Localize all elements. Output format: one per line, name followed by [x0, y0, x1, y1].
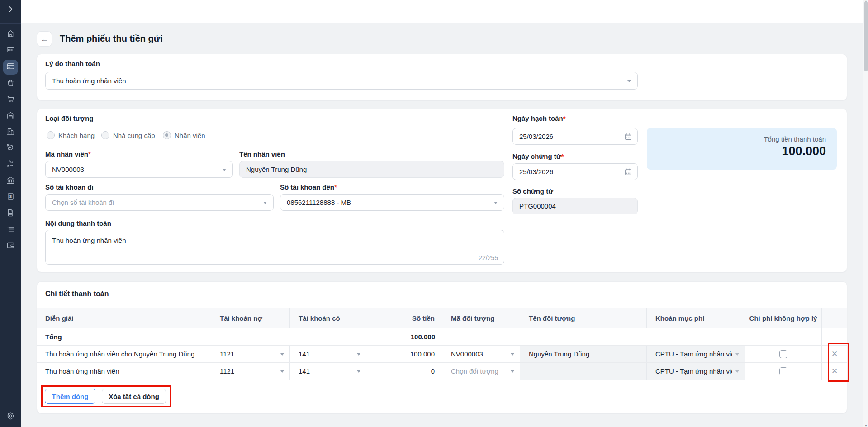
sidebar-item-settings[interactable]: [3, 409, 18, 424]
row-actions-cell: ✕: [822, 346, 847, 362]
employee-name-field: Nguyễn Trung Dũng: [239, 161, 504, 178]
page-title: Thêm phiếu thu tiền gửi: [60, 33, 163, 44]
delete-row-icon[interactable]: ✕: [831, 366, 838, 376]
calendar-icon[interactable]: [624, 133, 632, 141]
banknote-icon: [6, 46, 15, 56]
chevron-down-icon: [627, 80, 631, 82]
sidebar-item-sales[interactable]: [3, 92, 18, 107]
topbar: [21, 0, 863, 23]
table-row: Thu hoàn ứng nhân viên cho Nguyễn Trung …: [37, 346, 847, 363]
row-credit-select[interactable]: 141: [290, 363, 366, 380]
sidebar-item-home[interactable]: [3, 27, 18, 42]
sidebar-bottom-divider: [0, 407, 21, 407]
total-row-amount: 100.000: [366, 328, 442, 345]
row-object-code-select[interactable]: Chọn đối tượng: [442, 363, 520, 380]
col-expense-item: Khoản mục phí: [647, 308, 745, 328]
building-icon: [6, 127, 15, 138]
scrollbar-thumb[interactable]: [864, 1, 868, 71]
sidebar-item-cash[interactable]: [3, 43, 18, 58]
posting-date-value: 25/03/2026: [519, 133, 553, 140]
sidebar-item-company[interactable]: [3, 125, 18, 140]
delete-all-rows-button[interactable]: Xóa tất cả dòng: [102, 389, 166, 404]
invalid-expense-checkbox[interactable]: [779, 350, 787, 358]
chevron-down-icon: [263, 202, 267, 204]
list-icon: [6, 225, 15, 235]
char-counter: 22/255: [479, 254, 498, 261]
hand-coins-icon: [6, 160, 15, 170]
delete-row-icon[interactable]: ✕: [831, 349, 838, 359]
document-number-field: PTG000004: [512, 198, 638, 214]
file-text-icon: [6, 209, 15, 219]
sidebar-item-bank[interactable]: [3, 174, 18, 189]
col-invalid-expense: Chi phí không hợp lý: [745, 308, 822, 328]
chevron-down-icon: [735, 353, 739, 356]
row-invalid-expense-cell: [745, 346, 822, 362]
total-amount-label: Tổng tiền thanh toán: [764, 135, 826, 143]
employee-code-select[interactable]: NV000003: [45, 161, 233, 178]
sidebar-item-warehouse[interactable]: [3, 109, 18, 123]
sidebar-divider: [0, 23, 21, 24]
document-date-input[interactable]: 25/03/2026: [512, 163, 638, 180]
payment-content-value: Thu hoàn ứng nhân viên: [52, 237, 126, 244]
wallet-icon: [6, 241, 15, 251]
payment-details-title: Chi tiết thanh toán: [45, 290, 109, 298]
posting-date-input[interactable]: 25/03/2026: [512, 128, 638, 145]
object-type-label: Loại đối tượng: [45, 114, 94, 122]
sidebar: $: [0, 0, 21, 427]
employee-code-value: NV000003: [52, 166, 84, 173]
document-date-label: Ngày chứng từ*: [512, 152, 564, 160]
back-button[interactable]: ←: [37, 31, 52, 47]
add-row-button[interactable]: Thêm dòng: [45, 389, 95, 404]
payment-reason-select[interactable]: Thu hoàn ứng nhân viên: [45, 72, 638, 90]
total-row-label: Tổng: [37, 328, 211, 345]
sidebar-item-wallet[interactable]: [3, 239, 18, 254]
col-credit-account: Tài khoản có: [290, 308, 366, 328]
row-amount[interactable]: 0: [366, 363, 442, 380]
radio-employee-label: Nhân viên: [175, 132, 205, 139]
account-to-select[interactable]: 0856211128888 - MB: [280, 194, 504, 211]
shopping-cart-icon: [6, 95, 15, 105]
sidebar-item-purchases[interactable]: [3, 76, 18, 91]
scrollbar-down-arrow[interactable]: ▼: [864, 424, 868, 427]
col-debit-account: Tài khoản nợ: [211, 308, 290, 328]
col-actions: [822, 308, 847, 328]
row-description[interactable]: Thu hoàn ứng nhân viên: [37, 363, 211, 380]
credit-card-icon: [6, 62, 15, 72]
radio-employee: [163, 131, 171, 139]
sidebar-item-tools[interactable]: [3, 141, 18, 156]
chevron-down-icon: [280, 353, 284, 356]
sidebar-item-invoice[interactable]: $: [3, 190, 18, 205]
row-credit-select[interactable]: 141: [290, 346, 366, 362]
row-expense-item: CPTU - Tạm ứng nhân viên: [647, 363, 745, 380]
row-debit-select[interactable]: 1121: [211, 346, 290, 362]
row-debit-select[interactable]: 1121: [211, 363, 290, 380]
sidebar-item-list[interactable]: [3, 223, 18, 237]
sidebar-item-payroll[interactable]: [3, 157, 18, 172]
row-description[interactable]: Thu hoàn ứng nhân viên cho Nguyễn Trung …: [37, 346, 211, 362]
document-date-value: 25/03/2026: [519, 168, 553, 176]
payment-content-label: Nội dung thanh toán: [45, 219, 111, 227]
sidebar-item-bank-deposit[interactable]: [3, 60, 18, 75]
row-amount[interactable]: 100.000: [366, 346, 442, 362]
sidebar-expand-button[interactable]: [3, 3, 18, 18]
page-scrollbar[interactable]: ▲ ▼: [863, 0, 868, 427]
account-from-select[interactable]: Chọn số tài khoản đi: [45, 194, 274, 211]
radio-supplier-label: Nhà cung cấp: [113, 132, 155, 139]
chevron-down-icon: [494, 202, 498, 204]
col-object-code: Mã đối tượng: [442, 308, 520, 328]
row-object-code-select[interactable]: NV000003: [442, 346, 520, 362]
chevron-down-icon: [357, 370, 360, 373]
payment-content-textarea[interactable]: Thu hoàn ứng nhân viên 22/255: [45, 230, 504, 265]
payment-reason-label: Lý do thanh toán: [45, 60, 100, 67]
account-to-label: Số tài khoản đến*: [280, 183, 337, 191]
chevron-down-icon: [357, 353, 360, 356]
sidebar-item-documents[interactable]: [3, 206, 18, 221]
calendar-icon[interactable]: [624, 168, 632, 176]
document-number-value: PTG000004: [519, 202, 556, 210]
total-amount-panel: Tổng tiền thanh toán 100.000: [647, 128, 837, 170]
gear-icon: [6, 412, 15, 422]
radio-supplier: [101, 131, 109, 139]
invalid-expense-checkbox[interactable]: [779, 367, 787, 375]
account-from-label: Số tài khoản đi: [45, 183, 94, 191]
row-object-name: [520, 363, 647, 380]
